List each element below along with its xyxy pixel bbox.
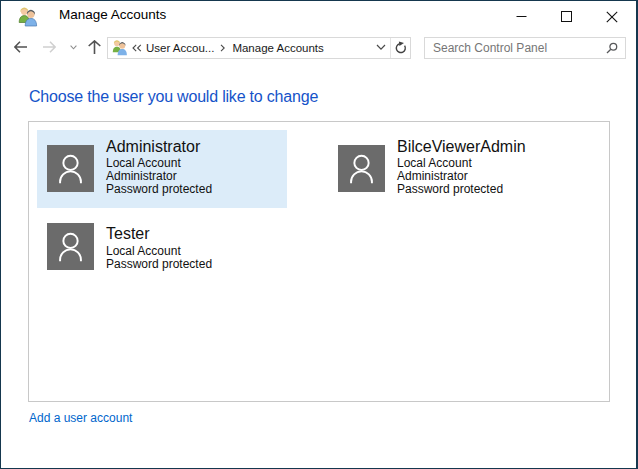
chevron-down-icon <box>376 44 386 51</box>
user-accounts-icon <box>17 6 38 27</box>
user-avatar-icon <box>338 145 385 192</box>
magnifier-icon <box>606 42 618 54</box>
user-name: Administrator <box>106 137 212 156</box>
search-input[interactable] <box>425 39 599 57</box>
user-tile-text: Tester Local Account Password protected <box>106 224 212 271</box>
breadcrumb-separator <box>218 44 228 52</box>
close-button[interactable] <box>589 1 634 32</box>
refresh-button[interactable] <box>391 38 410 58</box>
breadcrumb-item-user-accounts[interactable]: User Accou... <box>142 42 218 54</box>
forward-button[interactable] <box>36 34 62 60</box>
user-protection: Password protected <box>106 183 212 196</box>
user-tile-text: BilceViewerAdmin Local Account Administr… <box>397 137 526 196</box>
user-protection: Password protected <box>397 183 526 196</box>
maximize-button[interactable] <box>544 1 589 32</box>
manage-accounts-window: Manage Accounts <box>0 0 638 469</box>
user-accounts-icon <box>111 39 128 56</box>
user-protection: Password protected <box>106 258 212 271</box>
chevrons-left-icon <box>132 44 142 52</box>
page-heading: Choose the user you would like to change <box>29 87 318 107</box>
user-avatar-icon <box>47 145 94 192</box>
back-arrow-icon <box>14 41 27 53</box>
add-user-account-link[interactable]: Add a user account <box>29 411 132 425</box>
user-tile-bilcevieweradmin[interactable]: BilceViewerAdmin Local Account Administr… <box>328 130 578 208</box>
chevron-right-icon <box>220 44 226 52</box>
user-tile-text: Administrator Local Account Administrato… <box>106 137 212 196</box>
chevron-down-icon <box>70 45 77 50</box>
address-dropdown-button[interactable] <box>366 44 390 51</box>
up-arrow-icon <box>88 40 101 54</box>
up-button[interactable] <box>81 34 107 60</box>
close-icon <box>606 11 618 23</box>
maximize-icon <box>561 11 572 22</box>
user-list: Administrator Local Account Administrato… <box>28 121 610 402</box>
minimize-button[interactable] <box>499 1 544 32</box>
breadcrumb-item-manage-accounts[interactable]: Manage Accounts <box>228 42 327 54</box>
user-name: Tester <box>106 224 212 243</box>
forward-arrow-icon <box>43 41 56 53</box>
window-title: Manage Accounts <box>59 1 166 32</box>
user-tile-tester[interactable]: Tester Local Account Password protected <box>37 208 287 286</box>
user-tile-administrator[interactable]: Administrator Local Account Administrato… <box>37 130 287 208</box>
refresh-icon <box>394 41 407 54</box>
search-box <box>424 37 626 60</box>
titlebar: Manage Accounts <box>1 1 636 32</box>
content-area: Choose the user you would like to change… <box>1 67 636 468</box>
navigation-toolbar: User Accou... Manage Accounts <box>1 32 636 67</box>
user-name: BilceViewerAdmin <box>397 137 526 156</box>
breadcrumb-overflow-button[interactable] <box>132 44 142 52</box>
back-button[interactable] <box>7 34 33 60</box>
search-button[interactable] <box>599 38 625 58</box>
user-avatar-icon <box>47 223 94 270</box>
caption-buttons <box>499 1 634 32</box>
address-bar[interactable]: User Accou... Manage Accounts <box>107 37 411 60</box>
minimize-icon <box>516 11 527 22</box>
recent-pages-button[interactable] <box>64 34 82 60</box>
